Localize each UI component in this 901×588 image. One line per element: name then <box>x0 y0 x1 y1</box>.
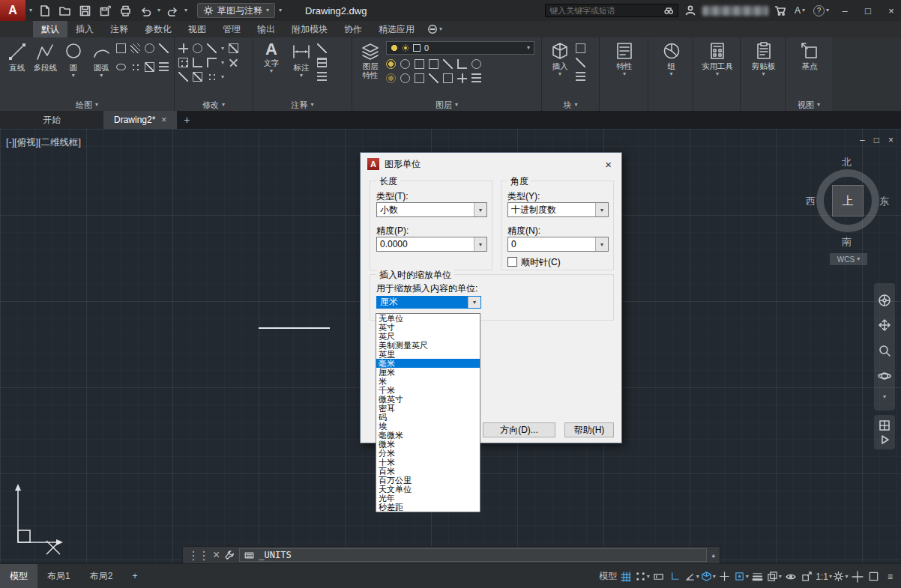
properties-button[interactable]: 特性 ▾ <box>603 39 645 99</box>
scale-icon[interactable] <box>193 72 202 82</box>
layer-freeze-icon[interactable] <box>400 59 410 69</box>
view-cube[interactable]: 北 上 西 东 南 WCS ▾ <box>806 156 896 268</box>
combo-arrow-icon[interactable]: ▾ <box>468 297 480 308</box>
viewport-play-icon[interactable] <box>879 434 891 446</box>
help-button[interactable]: ?▾ <box>811 5 831 16</box>
trim-icon[interactable] <box>207 43 217 53</box>
ribbon-tab-insert[interactable]: 插入 <box>67 21 102 37</box>
annotation-monitor-toggle[interactable] <box>849 568 865 586</box>
unit-option[interactable]: 米 <box>376 377 480 386</box>
steering-wheel-icon[interactable] <box>878 294 891 307</box>
help-dialog-button[interactable]: 帮助(H) <box>564 422 614 437</box>
layer-walk-icon[interactable] <box>429 73 439 83</box>
direction-button[interactable]: 方向(D)... <box>483 422 555 437</box>
text-tool-button[interactable]: A 文字 ▾ <box>257 39 286 99</box>
undo-button[interactable] <box>137 1 154 19</box>
app-menu-chevron-icon[interactable]: ▾ <box>29 7 32 13</box>
new-file-button[interactable] <box>36 1 52 19</box>
app-store-button[interactable] <box>772 1 789 19</box>
dimension-tool-button[interactable]: 标注 ▾ <box>287 39 316 99</box>
unit-option[interactable]: 微米 <box>376 440 480 449</box>
navbar-more-chevron-icon[interactable]: ▾ <box>883 394 886 400</box>
layer-merge-icon[interactable] <box>443 73 453 83</box>
explode-icon[interactable] <box>226 55 240 69</box>
ellipse-icon[interactable] <box>116 64 126 70</box>
redo-chevron-icon[interactable]: ▾ <box>184 7 187 13</box>
new-layout-button[interactable]: + <box>122 564 147 588</box>
create-block-icon[interactable] <box>576 43 585 53</box>
unit-option[interactable]: 秒差距 <box>376 503 480 512</box>
layer-previous-icon[interactable] <box>457 59 467 69</box>
search-box[interactable] <box>545 4 678 17</box>
redo-button[interactable] <box>164 1 181 19</box>
layout1-tab[interactable]: 布局1 <box>37 564 80 588</box>
undo-chevron-icon[interactable]: ▾ <box>157 7 160 13</box>
customize-button[interactable]: ≡ <box>882 568 898 586</box>
ribbon-tab-collaborate[interactable]: 协作 <box>336 21 370 37</box>
open-file-button[interactable] <box>56 1 73 19</box>
unit-option[interactable]: 英尺 <box>376 332 480 341</box>
unit-option[interactable]: 码 <box>376 413 480 422</box>
unit-option[interactable]: 英寸 <box>376 323 480 332</box>
dialog-close-button[interactable]: × <box>602 158 615 171</box>
file-tab-start[interactable]: 开始 <box>0 111 103 129</box>
chevron-down-icon[interactable]: ▾ <box>669 71 672 77</box>
chevron-down-icon[interactable]: ▾ <box>270 68 273 74</box>
save-button[interactable] <box>76 1 93 19</box>
group-button[interactable]: 组 ▾ <box>652 39 690 99</box>
layer-off-icon[interactable] <box>386 73 396 83</box>
arc-tool-button[interactable]: 圆弧 ▾ <box>88 39 115 99</box>
ribbon-tab-parametric[interactable]: 参数化 <box>136 21 180 37</box>
panel-label-block[interactable]: 块 ▾ <box>542 99 599 111</box>
chevron-down-icon[interactable]: ▾ <box>623 71 626 77</box>
layer-unlock-icon[interactable] <box>415 73 424 83</box>
layer-match-icon[interactable] <box>443 59 453 69</box>
workspace-switcher[interactable]: 草图与注释 ▾ <box>197 3 275 18</box>
region-icon[interactable] <box>145 62 154 72</box>
panel-label-layers[interactable]: 图层 ▾ <box>352 99 541 111</box>
ribbon-tab-home[interactable]: 默认 <box>33 21 67 37</box>
zoom-icon[interactable] <box>878 344 891 357</box>
annotation-scale-button[interactable]: 1:1▾ <box>816 568 832 586</box>
leader-icon[interactable] <box>317 43 327 53</box>
ribbon-tab-manage[interactable]: 管理 <box>214 21 249 37</box>
angle-type-combo[interactable]: 十进制度数 ▾ <box>507 202 609 217</box>
divide-icon[interactable] <box>159 62 169 72</box>
polar-tracking-toggle[interactable]: ▾ <box>684 568 699 586</box>
more-tools-button[interactable]: ▾ <box>427 21 442 37</box>
search-input[interactable] <box>549 6 660 15</box>
file-tab-drawing2[interactable]: Drawing2* × <box>103 111 177 129</box>
combo-arrow-icon[interactable]: ▾ <box>595 237 608 251</box>
pan-hand-icon[interactable] <box>878 318 891 332</box>
text-style-icon[interactable] <box>317 72 327 82</box>
layer-thaw-icon[interactable] <box>400 73 410 83</box>
unit-option[interactable]: 百米 <box>376 467 480 476</box>
unit-option[interactable]: 千米 <box>376 386 480 395</box>
layer-isolate-icon[interactable] <box>471 59 481 69</box>
copy-icon[interactable] <box>178 58 188 67</box>
polyline-tool-button[interactable]: 多段线 <box>32 39 59 99</box>
command-line-bar[interactable]: ⋮⋮ × _UNITS ▴ <box>182 546 720 564</box>
panel-label-view[interactable]: 视图 ▾ <box>786 99 832 111</box>
layer-color-icon[interactable] <box>429 59 439 69</box>
layer-properties-button[interactable]: 图层特性 <box>356 39 385 99</box>
insertion-unit-combo[interactable]: 厘米 ▾ <box>376 296 481 309</box>
line-tool-button[interactable]: 直线 <box>4 39 31 99</box>
dialog-title-bar[interactable]: A 图形单位 × <box>361 153 621 175</box>
unit-option[interactable]: 十米 <box>376 458 480 467</box>
point-icon[interactable] <box>130 62 140 72</box>
erase-icon[interactable] <box>229 43 238 53</box>
annotation-visibility-toggle[interactable] <box>783 568 798 586</box>
model-tab[interactable]: 模型 <box>0 564 37 588</box>
stretch-icon[interactable] <box>178 72 188 82</box>
checkbox-icon[interactable] <box>507 257 517 267</box>
maximize-button[interactable]: □ <box>858 0 878 21</box>
annotation-autoscale-toggle[interactable] <box>799 568 815 586</box>
plot-button[interactable] <box>117 1 133 19</box>
chevron-down-icon[interactable]: ▾ <box>762 71 765 77</box>
unit-option[interactable]: 光年 <box>376 494 480 503</box>
snap-toggle[interactable]: ▾ <box>634 568 650 586</box>
fillet-icon[interactable] <box>207 58 217 67</box>
combo-arrow-icon[interactable]: ▾ <box>474 203 486 216</box>
minimize-button[interactable]: – <box>835 0 855 21</box>
